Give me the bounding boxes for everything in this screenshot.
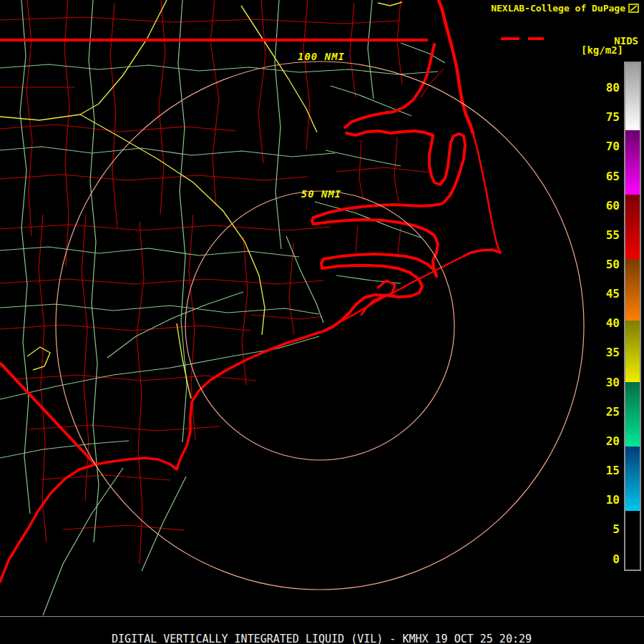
college-of-dupage-logo-icon xyxy=(628,4,639,13)
colorbar-tick-label: 5 xyxy=(591,522,620,537)
colorbar-tick-label: 10 xyxy=(591,493,620,507)
colorbar-tick-label: 20 xyxy=(591,434,620,449)
legend-units: [kg/m2] xyxy=(581,44,623,56)
colorbar-tick-label: 75 xyxy=(591,110,620,125)
colorbar-tick-label: 35 xyxy=(591,346,620,360)
road-lines xyxy=(0,0,445,615)
colorbar-tick-label: 30 xyxy=(591,376,620,390)
colorbar-tick-label: 45 xyxy=(591,287,620,301)
colorbar-tick-label: 60 xyxy=(591,199,620,213)
colorbar-tick-label: 15 xyxy=(591,464,620,478)
colorbar-tick-label: 40 xyxy=(591,316,620,331)
colorbar-tick-label: 50 xyxy=(591,258,620,272)
colorbar-tick-label: 70 xyxy=(591,140,620,154)
colorbar-tick-label: 55 xyxy=(591,228,620,243)
header-title: NEXLAB-College of DuPage xyxy=(491,3,625,14)
range-ring-50-label: 50 NMI xyxy=(301,188,342,200)
footer-separator-line xyxy=(0,616,644,617)
colorbar xyxy=(624,62,641,571)
range-rings: 100 NMI 50 NMI xyxy=(56,51,584,590)
range-ring-100-label: 100 NMI xyxy=(298,51,345,62)
range-ring-50nmi xyxy=(185,191,454,460)
range-ring-100nmi xyxy=(56,62,584,590)
radar-display: 100 NMI 50 NMI NEXLAB-College of DuPage … xyxy=(0,0,644,644)
product-caption: DIGITAL VERTICALLY INTEGRATED LIQUID (VI… xyxy=(112,633,532,644)
county-boundary-lines xyxy=(0,0,444,564)
colorbar-tick-label: 80 xyxy=(591,81,620,95)
colorbar-tick-label: 0 xyxy=(591,552,620,567)
colorbar-tick-label: 65 xyxy=(591,170,620,184)
colorbar-tick-label: 25 xyxy=(591,405,620,419)
radar-map: 100 NMI 50 NMI xyxy=(0,0,644,617)
header-bar: NEXLAB-College of DuPage xyxy=(491,3,639,14)
